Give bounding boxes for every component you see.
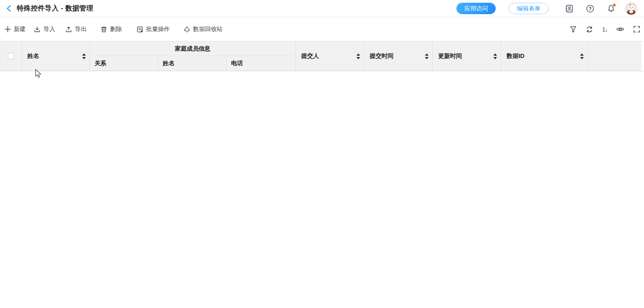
column-header-submitter[interactable]: 提交人 — [296, 42, 364, 71]
refresh-button[interactable] — [586, 26, 593, 33]
column-header-update-time[interactable]: 更新时间 — [433, 42, 501, 71]
group-label: 家庭成员信息 — [175, 45, 210, 53]
help-icon[interactable]: ? — [586, 4, 595, 13]
refresh-icon — [586, 26, 593, 33]
delete-button[interactable]: 删除 — [100, 25, 122, 33]
new-record-button[interactable]: 新建 — [5, 25, 26, 33]
sort-order-button[interactable]: 1↓ — [602, 26, 607, 33]
toolbar-label: 导出 — [75, 25, 87, 33]
back-button[interactable] — [5, 5, 12, 12]
column-label: 提交人 — [301, 52, 319, 60]
toolbar-label: 导入 — [43, 25, 55, 33]
fullscreen-icon — [633, 26, 640, 33]
export-button[interactable]: 导出 — [65, 25, 87, 33]
table-body-empty — [0, 71, 644, 308]
data-recycle-bin-button[interactable]: 数据回收站 — [183, 25, 223, 33]
toolbar-label: 新建 — [14, 25, 26, 33]
batch-edit-icon — [136, 26, 143, 33]
toolbar-label: 批量操作 — [146, 25, 170, 33]
sort-order-icon: 1↓ — [602, 26, 607, 33]
column-visibility-button[interactable] — [616, 26, 624, 33]
sort-toggle-icon[interactable] — [82, 53, 86, 59]
subcolumn-header-relation[interactable]: 关系 — [90, 56, 158, 71]
column-label: 姓名 — [163, 59, 175, 68]
svg-text:?: ? — [589, 5, 592, 11]
select-all-checkbox[interactable] — [8, 53, 14, 59]
toolbar-label: 数据回收站 — [193, 25, 223, 33]
column-label: 姓名 — [27, 52, 39, 60]
subcolumn-header-name[interactable]: 姓名 — [158, 56, 227, 71]
column-label: 数据ID — [507, 52, 524, 60]
subcolumn-header-phone[interactable]: 电话 — [226, 56, 295, 71]
group-subcolumns: 关系 姓名 电话 — [90, 56, 295, 71]
notification-bell-icon[interactable] — [607, 4, 616, 13]
column-header-data-id[interactable]: 数据ID — [501, 42, 588, 71]
app-window: 特殊控件导入 - 数据管理 应用访问 编辑表单 ? — [0, 0, 644, 308]
column-group-family-members: 家庭成员信息 关系 姓名 电话 — [90, 42, 296, 71]
column-label: 更新时间 — [438, 52, 462, 60]
table-header: 姓名 家庭成员信息 关系 姓名 电话 提交人 — [0, 41, 644, 71]
topbar-actions: 应用访问 编辑表单 ? — [456, 2, 638, 15]
sort-toggle-icon[interactable] — [356, 53, 360, 59]
top-bar: 特殊控件导入 - 数据管理 应用访问 编辑表单 ? — [0, 0, 644, 17]
edit-form-button[interactable]: 编辑表单 — [508, 3, 549, 14]
app-access-button[interactable]: 应用访问 — [456, 3, 496, 14]
import-icon — [34, 26, 41, 33]
column-header-name[interactable]: 姓名 — [22, 42, 90, 71]
trash-icon — [100, 26, 107, 33]
filter-icon — [570, 26, 577, 33]
recycle-icon — [183, 26, 190, 33]
column-label: 电话 — [231, 59, 243, 68]
page-title: 特殊控件导入 - 数据管理 — [17, 4, 93, 13]
filter-button[interactable] — [570, 26, 577, 33]
group-header-cell: 家庭成员信息 — [90, 42, 295, 56]
scrollbar-gutter — [641, 42, 644, 71]
user-avatar[interactable] — [625, 2, 638, 15]
sort-toggle-icon[interactable] — [493, 53, 497, 59]
batch-operations-button[interactable]: 批量操作 — [136, 25, 170, 33]
column-label: 关系 — [94, 59, 106, 68]
column-label: 提交时间 — [370, 52, 393, 60]
chevron-left-icon — [5, 5, 12, 12]
column-header-submit-time[interactable]: 提交时间 — [364, 42, 433, 71]
export-icon — [65, 26, 72, 33]
contacts-book-icon[interactable] — [565, 4, 574, 13]
sort-toggle-icon[interactable] — [580, 53, 584, 59]
sort-toggle-icon[interactable] — [425, 53, 429, 59]
import-button[interactable]: 导入 — [34, 25, 55, 33]
fullscreen-button[interactable] — [633, 26, 640, 33]
action-toolbar: 新建 导入 导出 删除 — [0, 17, 644, 41]
column-header-trailing-empty — [588, 42, 641, 71]
view-tools: 1↓ — [561, 26, 640, 33]
select-all-cell — [0, 42, 22, 71]
eye-icon — [616, 26, 624, 33]
plus-icon — [5, 26, 11, 32]
toolbar-label: 删除 — [110, 25, 122, 33]
notification-dot — [613, 3, 616, 7]
